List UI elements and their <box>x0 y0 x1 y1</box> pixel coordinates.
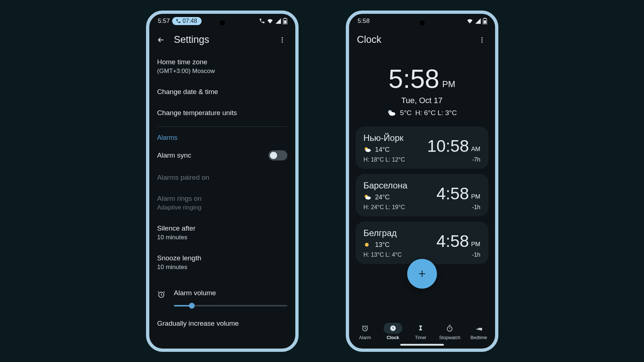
setting-title: Home time zone <box>157 58 287 66</box>
status-right <box>259 17 287 24</box>
phone-settings: 5:57 07:48 Settings Home time zone (GMT+… <box>146 11 299 352</box>
svg-rect-9 <box>484 18 486 19</box>
nav-label: Timer <box>415 335 426 340</box>
local-weather: 5°C H: 6°C L: 3°C <box>356 109 489 117</box>
page-title: Settings <box>174 34 269 45</box>
phone-icon <box>259 18 265 24</box>
svg-point-12 <box>481 41 482 42</box>
svg-rect-8 <box>484 20 486 24</box>
camera-cutout <box>420 20 425 25</box>
svg-point-4 <box>282 39 283 40</box>
world-clock-list: Нью-Йорк 14°C H: 18°C L: 12°C 10:58 AM -… <box>356 126 489 264</box>
nav-timer[interactable]: Timer <box>411 323 430 340</box>
alarm-sync-toggle[interactable] <box>268 150 287 160</box>
ongoing-call-chip[interactable]: 07:48 <box>172 17 202 25</box>
nav-bedtime[interactable]: Bedtime <box>469 323 488 340</box>
setting-title: Alarm rings on <box>157 195 287 203</box>
local-clock: 5:58 PM Tue, Oct 17 5°C H: 6°C L: 3°C <box>356 64 489 117</box>
setting-change-temperature-units[interactable]: Change temperature units <box>157 102 287 123</box>
settings-list: Home time zone (GMT+3:00) Moscow Change … <box>149 52 295 349</box>
overflow-menu-button[interactable] <box>276 33 289 46</box>
city-time: 4:58 <box>436 231 469 251</box>
setting-subtitle: Adaptive ringing <box>157 204 287 211</box>
world-clock-card[interactable]: Барселона 24°C H: 24°C L: 19°C 4:58 PM -… <box>356 174 489 216</box>
setting-title: Alarms paired on <box>157 174 287 182</box>
local-date: Tue, Oct 17 <box>356 96 489 105</box>
setting-gradually-increase-volume[interactable]: Gradually increase volume <box>157 313 287 334</box>
svg-rect-1 <box>284 20 286 24</box>
city-offset: -1h <box>436 252 480 258</box>
nav-clock[interactable]: Clock <box>384 323 402 340</box>
setting-silence-after[interactable]: Silence after 10 minutes <box>157 218 287 248</box>
setting-title: Silence after <box>157 224 287 232</box>
nav-alarm[interactable]: Alarm <box>356 323 374 340</box>
status-time: 5:57 <box>158 17 170 25</box>
setting-change-date-time[interactable]: Change date & time <box>157 81 287 102</box>
alarm-icon <box>157 290 165 298</box>
city-hl: H: 18°C L: 12°C <box>364 156 405 163</box>
overflow-menu-button[interactable] <box>475 33 489 46</box>
city-hl: H: 13°C L: 4°C <box>364 252 402 258</box>
wifi-icon <box>466 17 473 24</box>
bed-icon <box>475 325 483 332</box>
weather-partly-cloudy-icon <box>364 194 372 200</box>
bottom-nav: Alarm Clock Timer Stopwatch Bedtime <box>349 320 495 342</box>
signal-icon <box>275 18 282 24</box>
city-offset: -1h <box>436 204 480 211</box>
setting-alarm-sync[interactable]: Alarm sync <box>157 144 287 167</box>
world-clock-card[interactable]: Белград 13°C H: 13°C L: 4°C 4:58 PM -1h <box>356 221 489 264</box>
setting-title: Change date & time <box>157 88 287 96</box>
weather-night-cloud-icon <box>387 109 396 117</box>
phone-icon <box>176 19 181 24</box>
setting-snooze-length[interactable]: Snooze length 10 minutes <box>157 248 287 277</box>
svg-point-11 <box>481 39 482 40</box>
setting-title: Alarm volume <box>174 289 287 297</box>
city-name: Белград <box>364 228 402 238</box>
settings-topbar: Settings <box>149 28 295 52</box>
wifi-icon <box>267 17 274 24</box>
svg-point-14 <box>389 112 395 115</box>
svg-rect-2 <box>284 18 286 19</box>
city-time-ampm: AM <box>471 146 481 156</box>
city-name: Барселона <box>364 180 408 191</box>
page-title: Clock <box>357 34 469 45</box>
city-temp: 14°C <box>375 146 390 154</box>
add-city-fab[interactable] <box>407 259 437 289</box>
stopwatch-icon <box>446 325 453 332</box>
phone-clock: 5:58 Clock 5:58 PM Tue, Oct 17 5° <box>346 11 498 352</box>
svg-point-3 <box>282 37 283 38</box>
clock-icon <box>389 325 397 332</box>
back-button[interactable] <box>154 33 167 46</box>
setting-title: Alarm sync <box>157 151 191 159</box>
nav-label: Stopwatch <box>439 335 460 340</box>
more-vert-icon <box>478 36 486 44</box>
battery-icon <box>283 18 287 24</box>
signal-icon <box>475 18 481 24</box>
svg-point-5 <box>282 41 283 42</box>
gesture-bar[interactable] <box>400 344 444 346</box>
local-time-ampm: PM <box>442 79 455 94</box>
plus-icon <box>417 269 427 278</box>
section-header-alarms: Alarms <box>157 127 287 144</box>
slider-thumb[interactable] <box>189 303 195 309</box>
city-name: Нью-Йорк <box>364 133 405 143</box>
city-time-ampm: PM <box>471 241 481 251</box>
setting-alarm-volume[interactable]: Alarm volume <box>157 277 287 313</box>
nav-stopwatch[interactable]: Stopwatch <box>439 323 460 340</box>
setting-alarms-paired-on: Alarms paired on <box>157 167 287 188</box>
city-time: 10:58 <box>427 136 469 156</box>
world-clock-card[interactable]: Нью-Йорк 14°C H: 18°C L: 12°C 10:58 AM -… <box>356 126 489 169</box>
setting-subtitle: 10 minutes <box>157 264 287 271</box>
switch-knob <box>270 152 277 159</box>
svg-point-10 <box>481 37 482 38</box>
city-offset: -7h <box>427 156 481 163</box>
status-time: 5:58 <box>358 17 370 25</box>
svg-point-19 <box>365 243 368 247</box>
clock-topbar: Clock <box>349 28 495 52</box>
setting-home-time-zone[interactable]: Home time zone (GMT+3:00) Moscow <box>157 52 287 81</box>
camera-cutout <box>220 20 225 25</box>
hourglass-icon <box>417 325 424 332</box>
alarm-volume-slider[interactable] <box>174 305 287 306</box>
status-right <box>466 17 487 24</box>
weather-partly-cloudy-icon <box>364 146 372 153</box>
